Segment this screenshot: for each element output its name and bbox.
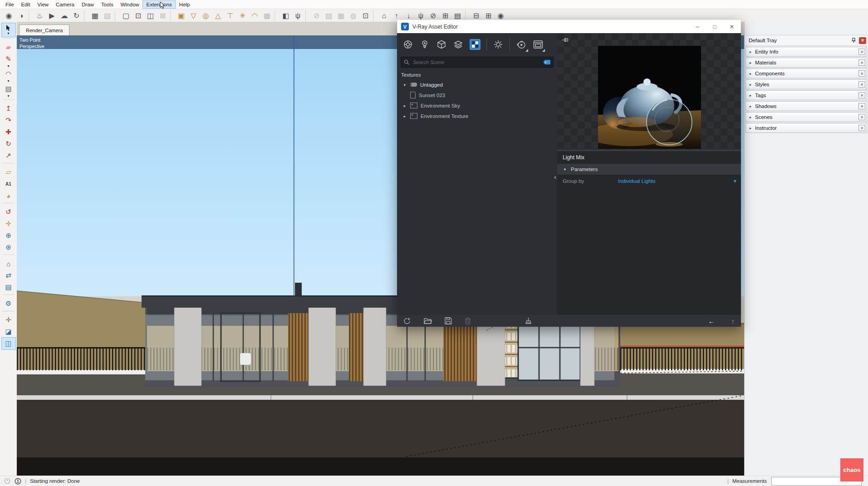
minimize-button[interactable]: –: [689, 20, 706, 33]
menu-help[interactable]: Help: [176, 1, 194, 8]
displacement-icon[interactable]: ▨: [323, 10, 335, 21]
rotate-tool[interactable]: ↻: [2, 138, 15, 150]
select-tool[interactable]: ▾: [2, 23, 15, 37]
spot-light-icon[interactable]: △: [212, 10, 224, 21]
section-plane-tool[interactable]: ◪: [2, 326, 15, 338]
textures-icon[interactable]: [470, 39, 481, 50]
menu-window[interactable]: Window: [117, 1, 143, 8]
vray-title-bar[interactable]: V V-Ray Asset Editor – □ ✕: [397, 20, 741, 33]
scene-stage-icon[interactable]: ⌂: [378, 10, 390, 21]
menu-extensions[interactable]: Extensions: [143, 1, 176, 8]
tray-item-materials[interactable]: ▸ Materials ✕: [745, 58, 867, 68]
menu-tools[interactable]: Tools: [98, 1, 117, 8]
dome-light-icon[interactable]: ◠: [249, 10, 261, 21]
line-dropdown[interactable]: ▾: [2, 64, 15, 68]
maximize-button[interactable]: □: [706, 20, 723, 33]
search-input[interactable]: [412, 59, 541, 65]
viewport-render-icon[interactable]: ▦: [89, 10, 101, 21]
collapse-panel-left-icon[interactable]: ‹: [392, 173, 394, 181]
batch-render-icon[interactable]: ⊡: [132, 10, 144, 21]
tray-item-close-button[interactable]: ✕: [858, 114, 865, 120]
purge-broom-icon[interactable]: [525, 317, 532, 325]
geometry-icon[interactable]: [436, 39, 447, 50]
search-bar[interactable]: [401, 57, 554, 68]
tray-item-components[interactable]: ▸ Components ✕: [745, 69, 867, 79]
mesh-select-icon[interactable]: ⊡: [359, 10, 372, 21]
infinite-plane-icon[interactable]: ◧: [280, 10, 292, 21]
tree-item-environment-sky[interactable]: ▸ Environment Sky: [397, 100, 557, 111]
arc-dropdown[interactable]: ▾: [2, 79, 15, 83]
tray-item-instructor[interactable]: ▸ Instructor ✕: [745, 123, 867, 133]
menu-draw[interactable]: Draw: [78, 1, 98, 8]
text-tool[interactable]: A1: [2, 178, 15, 190]
pan-tool[interactable]: ✛: [2, 218, 15, 230]
clipper-icon[interactable]: ⊘: [310, 10, 323, 21]
render-teapot-icon[interactable]: [516, 39, 527, 50]
tray-item-close-button[interactable]: ✕: [858, 81, 865, 88]
tray-item-close-button[interactable]: ✕: [858, 125, 865, 131]
vray-logo-icon[interactable]: ◉: [3, 10, 15, 21]
scale-tool[interactable]: ↗: [2, 150, 15, 162]
rectangle-dropdown[interactable]: ▾: [2, 93, 15, 98]
tray-item-styles[interactable]: ▸ Styles ✕: [745, 79, 867, 89]
geolocation-icon[interactable]: [4, 478, 10, 484]
orbit-tool[interactable]: ↺: [2, 206, 15, 218]
pano-exporter-icon[interactable]: ◫: [144, 10, 157, 21]
parameters-section-header[interactable]: ▾ Parameters: [557, 164, 741, 175]
followme-tool[interactable]: ↷: [2, 114, 15, 126]
proxy-import-icon[interactable]: ◍: [347, 10, 359, 21]
materials-icon[interactable]: [402, 39, 413, 50]
tree-expand-arrow[interactable]: ▾: [402, 83, 407, 87]
tray-item-close-button[interactable]: ✕: [858, 59, 865, 66]
update-effects-icon[interactable]: ↻: [70, 10, 83, 21]
plane-light-icon[interactable]: ▽: [187, 10, 200, 21]
tree-item-environment-texture[interactable]: ▸ Environment Texture: [397, 111, 557, 121]
settings-gear-icon[interactable]: [493, 39, 504, 50]
layers-icon[interactable]: [453, 39, 464, 50]
tray-item-scenes[interactable]: ▸ Scenes ✕: [745, 112, 867, 122]
zoom-tool[interactable]: ⊕: [2, 230, 15, 241]
close-button[interactable]: ✕: [723, 20, 740, 33]
frame-buffer-icon[interactable]: [533, 39, 544, 50]
tray-item-tags[interactable]: ▸ Tags ✕: [745, 90, 867, 100]
menu-file[interactable]: File: [2, 1, 18, 8]
move-tool[interactable]: ✚: [2, 126, 15, 138]
tree-expand-arrow[interactable]: ▸: [402, 103, 407, 108]
preview-swatch-icon[interactable]: [562, 37, 569, 43]
up-arrow-icon[interactable]: ↑: [731, 317, 735, 325]
tape-measure-tool[interactable]: ▱: [2, 166, 15, 178]
fur-icon[interactable]: ψ: [292, 10, 304, 21]
delete-icon[interactable]: [465, 317, 471, 324]
warehouse-tool[interactable]: ⌂: [2, 258, 15, 270]
menu-camera[interactable]: Camera: [52, 1, 78, 8]
ies-light-icon[interactable]: ⊤: [224, 10, 236, 21]
eraser-tool[interactable]: ▰: [2, 41, 15, 53]
tray-item-shadows[interactable]: ▸ Shadows ✕: [745, 101, 867, 111]
extension-manager-tool[interactable]: ⚙: [2, 298, 15, 309]
open-file-icon[interactable]: [424, 318, 432, 324]
section-display-tool[interactable]: ◫: [2, 338, 15, 349]
tray-item-entity-info[interactable]: ▸ Entity Info ✕: [745, 47, 867, 57]
tray-item-close-button[interactable]: ✕: [858, 49, 865, 55]
render-icon[interactable]: ♨: [34, 10, 46, 21]
sphere-light-icon[interactable]: ◎: [200, 10, 212, 21]
save-icon[interactable]: [445, 317, 452, 324]
frame-buffer-icon[interactable]: ▢: [120, 10, 132, 21]
tree-item-sunset-023[interactable]: Sunset 023: [397, 90, 557, 100]
pushpull-tool[interactable]: ↥: [2, 103, 15, 114]
tree-expand-arrow[interactable]: ▸: [402, 114, 407, 118]
back-arrow-icon[interactable]: ←: [708, 317, 715, 325]
omni-light-icon[interactable]: ✳: [236, 10, 249, 21]
paint-bucket-tool[interactable]: ◕: [2, 190, 15, 201]
tray-close-button[interactable]: ✕: [859, 37, 866, 44]
tray-item-close-button[interactable]: ✕: [858, 92, 865, 98]
chevron-down-icon[interactable]: ▾: [734, 178, 736, 184]
tray-item-close-button[interactable]: ✕: [858, 70, 865, 77]
viewport-render-region-icon[interactable]: ▧: [101, 10, 113, 21]
axes-tool[interactable]: ✛: [2, 314, 15, 326]
share-model-tool[interactable]: ▤: [2, 281, 15, 293]
zoom-extents-tool[interactable]: ⊛: [2, 241, 15, 253]
tray-item-close-button[interactable]: ✕: [858, 103, 865, 109]
proxy-export-icon[interactable]: ▦: [335, 10, 347, 21]
rectangle-light-icon[interactable]: ▣: [175, 10, 187, 21]
